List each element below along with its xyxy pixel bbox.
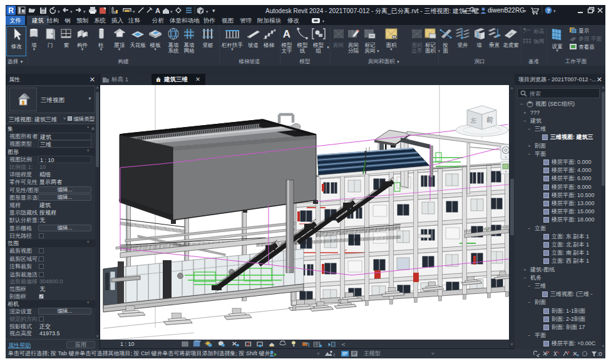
svg-text:▾: ▾ — [58, 9, 60, 14]
svg-text:▾: ▾ — [170, 9, 173, 14]
svg-text:左: 左 — [470, 116, 477, 124]
svg-text:?: ? — [547, 8, 550, 14]
svg-text::0: :0 — [597, 351, 602, 357]
svg-text:▾: ▾ — [133, 9, 135, 14]
svg-text:0: 0 — [334, 353, 335, 357]
svg-text:R: R — [8, 6, 14, 15]
svg-text:▾: ▾ — [70, 9, 73, 14]
svg-text:<: < — [342, 341, 346, 348]
svg-text:diwenB22RG: diwenB22RG — [488, 7, 525, 14]
svg-text:▾: ▾ — [83, 9, 86, 14]
svg-text:▾: ▾ — [212, 8, 215, 14]
svg-text:▾: ▾ — [322, 19, 324, 23]
svg-text:A: A — [283, 28, 290, 40]
svg-text:A: A — [155, 7, 160, 14]
svg-text:▾: ▾ — [524, 9, 526, 13]
svg-text:▾: ▾ — [553, 9, 556, 13]
svg-text:前: 前 — [485, 115, 493, 123]
svg-text:▾: ▾ — [206, 9, 208, 14]
